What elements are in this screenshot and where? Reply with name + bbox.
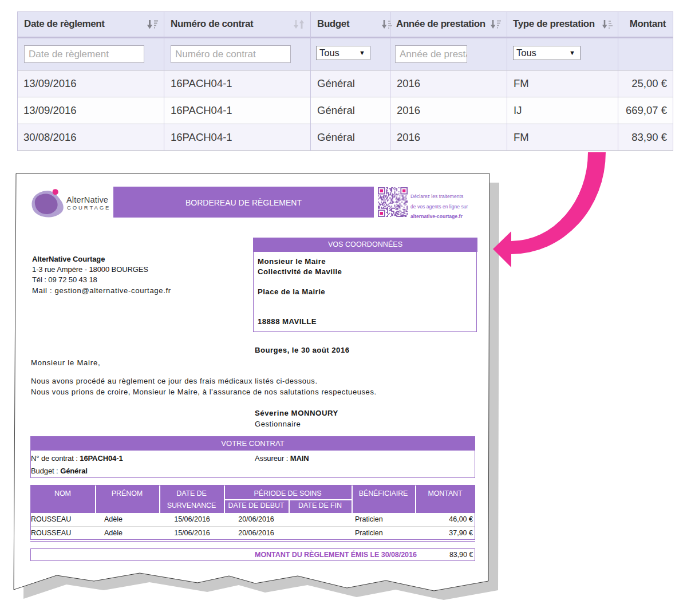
- svg-text:AlterNative: AlterNative: [66, 195, 108, 204]
- svg-text:COURTAGE: COURTAGE: [67, 204, 110, 211]
